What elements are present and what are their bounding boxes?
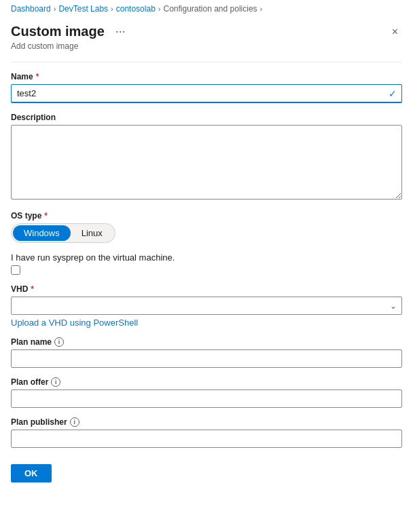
vhd-select-wrapper: ⌄ (11, 297, 402, 315)
plan-name-field-group: Plan name i (11, 337, 402, 368)
os-windows-button[interactable]: Windows (13, 225, 71, 241)
breadcrumb-current: Configuration and policies (163, 4, 257, 14)
plan-publisher-info-icon[interactable]: i (70, 417, 79, 427)
panel-header: Custom image ··· × (11, 18, 402, 41)
plan-publisher-field-group: Plan publisher i (11, 417, 402, 448)
vhd-select[interactable] (11, 297, 402, 315)
os-required-star: * (44, 211, 48, 221)
name-check-icon: ✓ (389, 88, 397, 99)
description-input[interactable] (11, 125, 402, 200)
upload-vhd-link[interactable]: Upload a VHD using PowerShell (11, 318, 138, 328)
breadcrumb-sep-4: › (260, 5, 263, 13)
name-label: Name * (11, 72, 402, 81)
panel-title: Custom image (11, 24, 105, 39)
os-type-label: OS type * (11, 211, 402, 221)
name-input[interactable] (11, 84, 402, 103)
plan-publisher-label: Plan publisher i (11, 417, 402, 427)
breadcrumb-sep-1: › (54, 5, 56, 13)
plan-offer-info-icon[interactable]: i (51, 377, 60, 387)
custom-image-panel: Custom image ··· × Add custom image Name… (0, 18, 413, 499)
panel-title-row: Custom image ··· (11, 23, 130, 40)
breadcrumb-contosolab[interactable]: contosolab (116, 4, 156, 14)
breadcrumb-sep-2: › (111, 5, 113, 13)
vhd-field-group: VHD * ⌄ Upload a VHD using PowerShell (11, 284, 402, 328)
breadcrumb: Dashboard › DevTest Labs › contosolab › … (0, 0, 413, 18)
breadcrumb-sep-3: › (158, 5, 161, 13)
os-type-field-group: OS type * Windows Linux (11, 211, 402, 243)
sysprep-row: I have run sysprep on the virtual machin… (11, 252, 402, 263)
plan-publisher-input[interactable] (11, 430, 402, 448)
breadcrumb-dashboard[interactable]: Dashboard (11, 4, 51, 14)
ok-button[interactable]: OK (11, 464, 52, 482)
vhd-required-star: * (31, 284, 34, 294)
sysprep-label: I have run sysprep on the virtual machin… (11, 252, 175, 263)
plan-offer-input[interactable] (11, 390, 402, 408)
breadcrumb-devtestlabs[interactable]: DevTest Labs (58, 4, 108, 14)
panel-subtitle: Add custom image (11, 41, 402, 51)
plan-name-input[interactable] (11, 349, 402, 368)
description-label: Description (11, 113, 402, 122)
plan-name-label: Plan name i (11, 337, 402, 347)
vhd-label: VHD * (11, 284, 402, 294)
plan-name-info-icon[interactable]: i (54, 337, 64, 347)
divider (11, 62, 402, 62)
sysprep-checkbox[interactable] (11, 265, 20, 275)
close-button[interactable]: × (388, 25, 402, 39)
more-options-button[interactable]: ··· (111, 23, 130, 40)
plan-offer-label: Plan offer i (11, 377, 402, 387)
sysprep-checkbox-row (11, 265, 402, 275)
name-input-wrapper: ✓ (11, 84, 402, 103)
name-required-star: * (36, 72, 39, 81)
plan-offer-field-group: Plan offer i (11, 377, 402, 408)
description-field-group: Description (11, 113, 402, 202)
name-field-group: Name * ✓ (11, 72, 402, 103)
os-type-toggle: Windows Linux (11, 223, 115, 243)
os-linux-button[interactable]: Linux (71, 225, 113, 241)
